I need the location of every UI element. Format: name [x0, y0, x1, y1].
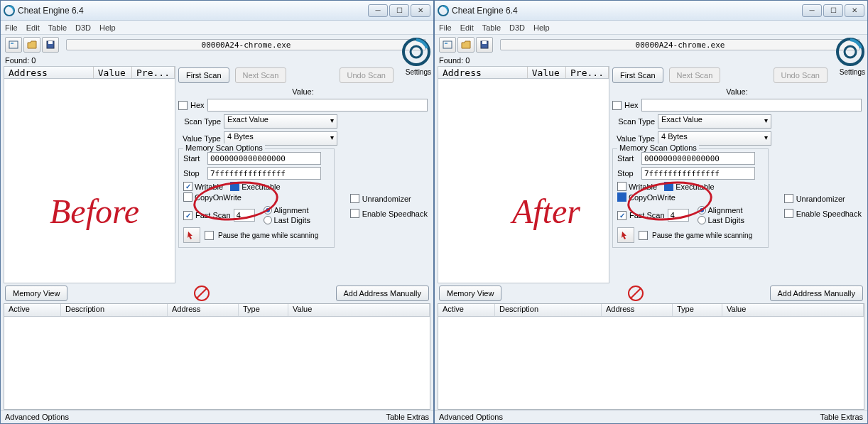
fast-scan-checkbox[interactable]	[617, 211, 626, 220]
save-button[interactable]	[42, 37, 59, 53]
first-scan-button[interactable]: First Scan	[178, 67, 229, 83]
save-button[interactable]	[476, 37, 493, 53]
writable-checkbox[interactable]	[617, 182, 626, 191]
open-process-button[interactable]	[439, 37, 456, 53]
logo-icon[interactable]	[401, 37, 431, 71]
menu-d3d[interactable]: D3D	[509, 23, 525, 32]
col-description[interactable]: Description	[495, 304, 602, 316]
maximize-button[interactable]: ☐	[823, 4, 843, 17]
hex-checkbox[interactable]	[612, 101, 622, 110]
menu-table[interactable]: Table	[48, 23, 67, 32]
stop-icon[interactable]	[194, 286, 210, 301]
col-address[interactable]: Address	[4, 67, 94, 78]
col-description[interactable]: Description	[61, 304, 168, 316]
col-addr[interactable]: Address	[168, 304, 239, 316]
svg-point-6	[411, 46, 422, 58]
table-extras-link[interactable]: Table Extras	[386, 413, 429, 421]
stop-icon[interactable]	[628, 286, 644, 301]
advanced-options-link[interactable]: Advanced Options	[439, 413, 503, 421]
fast-scan-value[interactable]	[234, 209, 255, 222]
app-icon	[4, 5, 15, 16]
open-file-button[interactable]	[457, 37, 474, 53]
add-address-manually-button[interactable]: Add Address Manually	[770, 286, 863, 301]
advanced-options-link[interactable]: Advanced Options	[5, 413, 69, 421]
unrandomizer-checkbox[interactable]	[784, 194, 793, 203]
col-previous[interactable]: Pre...	[132, 67, 175, 78]
menu-edit[interactable]: Edit	[26, 23, 40, 32]
start-input[interactable]	[207, 152, 321, 165]
results-header: Address Value Pre...	[4, 66, 175, 79]
speedhack-checkbox[interactable]	[784, 209, 793, 218]
value-label: Value:	[726, 87, 747, 96]
minimize-button[interactable]: ─	[802, 4, 822, 17]
last-digits-radio[interactable]	[698, 216, 706, 224]
memory-view-button[interactable]: Memory View	[5, 286, 67, 301]
col-type[interactable]: Type	[239, 304, 288, 316]
speedhack-checkbox[interactable]	[350, 209, 359, 218]
pause-checkbox[interactable]	[639, 231, 648, 240]
col-previous[interactable]: Pre...	[566, 67, 609, 78]
pointer-scan-button[interactable]	[617, 227, 634, 243]
alignment-radio[interactable]	[264, 206, 272, 214]
first-scan-button[interactable]: First Scan	[612, 67, 663, 83]
fast-scan-checkbox[interactable]	[183, 211, 192, 220]
executable-checkbox[interactable]	[230, 182, 239, 191]
col-val[interactable]: Value	[288, 304, 430, 316]
memory-scan-options-group: Memory Scan Options Start Stop Writable …	[612, 148, 769, 248]
close-button[interactable]: ✕	[845, 4, 864, 17]
copyonwrite-checkbox[interactable]	[617, 192, 626, 202]
fast-scan-value[interactable]	[668, 209, 689, 222]
close-button[interactable]: ✕	[411, 4, 430, 17]
menu-edit[interactable]: Edit	[460, 23, 474, 32]
menu-help[interactable]: Help	[533, 23, 550, 32]
memory-view-button[interactable]: Memory View	[439, 286, 501, 301]
minimize-button[interactable]: ─	[368, 4, 388, 17]
process-display[interactable]: 00000A24-chrome.exe	[66, 39, 426, 50]
stop-input[interactable]	[207, 167, 321, 180]
table-extras-link[interactable]: Table Extras	[820, 413, 863, 421]
scan-type-select[interactable]: Exact Value	[658, 114, 771, 129]
value-input[interactable]	[641, 99, 862, 112]
menu-table[interactable]: Table	[482, 23, 501, 32]
col-address[interactable]: Address	[438, 67, 528, 78]
next-scan-button: Next Scan	[669, 67, 721, 83]
unrandomizer-checkbox[interactable]	[350, 194, 359, 203]
undo-scan-button: Undo Scan	[774, 67, 828, 83]
results-list[interactable]	[4, 79, 175, 283]
open-process-button[interactable]	[5, 37, 22, 53]
col-addr[interactable]: Address	[602, 304, 673, 316]
executable-checkbox[interactable]	[664, 182, 673, 191]
last-digits-radio[interactable]	[264, 216, 272, 224]
value-input[interactable]	[207, 99, 428, 112]
app-window: Cheat Engine 6.4 ─ ☐ ✕ File Edit Table D…	[0, 0, 434, 424]
process-display[interactable]: 00000A24-chrome.exe	[500, 39, 860, 50]
scan-type-select[interactable]: Exact Value	[224, 114, 337, 129]
address-table[interactable]: Active Description Address Type Value	[438, 303, 864, 410]
pause-checkbox[interactable]	[205, 231, 214, 240]
add-address-manually-button[interactable]: Add Address Manually	[336, 286, 429, 301]
col-value[interactable]: Value	[528, 67, 566, 78]
stop-input[interactable]	[641, 167, 755, 180]
logo-icon[interactable]	[835, 37, 865, 71]
col-val[interactable]: Value	[722, 304, 864, 316]
menu-help[interactable]: Help	[99, 23, 116, 32]
col-active[interactable]: Active	[4, 304, 61, 316]
menu-file[interactable]: File	[5, 23, 18, 32]
copyonwrite-checkbox[interactable]	[183, 192, 192, 202]
menu-d3d[interactable]: D3D	[75, 23, 91, 32]
alignment-radio[interactable]	[698, 206, 706, 214]
writable-checkbox[interactable]	[183, 182, 192, 191]
menu-file[interactable]: File	[439, 23, 452, 32]
address-table[interactable]: Active Description Address Type Value	[4, 303, 430, 410]
start-input[interactable]	[641, 152, 755, 165]
pointer-scan-button[interactable]	[183, 227, 200, 243]
col-active[interactable]: Active	[438, 304, 495, 316]
col-type[interactable]: Type	[673, 304, 722, 316]
hex-label: Hex	[624, 101, 639, 109]
app-icon	[438, 5, 449, 16]
maximize-button[interactable]: ☐	[389, 4, 409, 17]
hex-checkbox[interactable]	[178, 101, 188, 110]
open-file-button[interactable]	[23, 37, 40, 53]
results-list[interactable]	[438, 79, 609, 283]
col-value[interactable]: Value	[94, 67, 132, 78]
